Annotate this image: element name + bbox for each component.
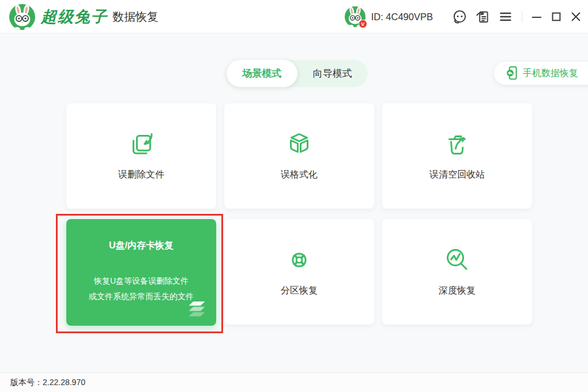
- card-label: 误删除文件: [118, 169, 164, 181]
- footer: 版本号：2.22.28.970: [0, 372, 588, 392]
- file-restore-icon: [127, 130, 155, 159]
- brand-name: 超级兔子: [41, 6, 108, 27]
- titlebar-divider: [522, 11, 522, 22]
- card-description-line2: 或文件系统异常而丢失的文件: [89, 289, 194, 304]
- vip-badge: V: [359, 20, 367, 28]
- phone-recovery-button[interactable]: 手机数据恢复: [494, 62, 588, 85]
- card-formatted[interactable]: 误格式化: [224, 103, 374, 209]
- version-label: 版本号：2.22.28.970: [10, 378, 85, 388]
- titlebar: 超级兔子 数据恢复: [0, 0, 588, 33]
- app-window: 超级兔子 数据恢复: [0, 0, 588, 392]
- card-recycle-bin[interactable]: 误清空回收站: [382, 103, 532, 209]
- card-label: 深度恢复: [439, 285, 476, 297]
- phone-recovery-label: 手机数据恢复: [523, 67, 578, 80]
- card-partition-recovery[interactable]: 分区恢复: [224, 219, 374, 325]
- card-deleted-files[interactable]: 误删除文件: [66, 103, 216, 209]
- cube-icon: [285, 130, 313, 159]
- close-button[interactable]: [567, 8, 585, 25]
- user-id: ID: 4C490VPB: [371, 12, 433, 22]
- brand-subtitle: 数据恢复: [112, 9, 159, 25]
- card-description: 恢复U盘等设备误删除文件 或文件系统异常而丢失的文件: [89, 273, 194, 304]
- mode-tabs: 场景模式 向导模式: [227, 60, 368, 87]
- feedback-icon: [475, 9, 491, 25]
- tab-wizard-mode[interactable]: 向导模式: [297, 60, 368, 87]
- maximize-button[interactable]: [548, 8, 565, 25]
- hamburger-menu-icon: [499, 10, 512, 24]
- main-content: 场景模式 向导模式 手机数据恢复 误删除文件: [0, 34, 588, 372]
- user-avatar[interactable]: V: [345, 6, 365, 27]
- minimize-button[interactable]: [528, 8, 545, 25]
- card-label: 分区恢复: [281, 285, 318, 297]
- tab-scene-mode[interactable]: 场景模式: [227, 60, 297, 87]
- support-button[interactable]: [450, 7, 469, 27]
- trash-restore-icon: [443, 130, 471, 159]
- card-label: 误格式化: [281, 169, 318, 181]
- close-icon: [570, 10, 582, 23]
- rabbit-logo-icon: [9, 4, 35, 30]
- card-description-line1: 恢复U盘等设备误删除文件: [89, 273, 194, 289]
- card-usb-memory-recovery[interactable]: U盘/内存卡恢复 恢复U盘等设备误删除文件 或文件系统异常而丢失的文件: [66, 219, 216, 326]
- brand-area: 超级兔子 数据恢复: [9, 0, 159, 33]
- maximize-icon: [550, 10, 563, 23]
- layers-icon: [186, 301, 209, 319]
- card-label: 误清空回收站: [429, 169, 485, 181]
- card-title: U盘/内存卡恢复: [109, 240, 174, 252]
- card-deep-recovery[interactable]: 深度恢复: [382, 219, 532, 325]
- titlebar-controls: V ID: 4C490VPB: [345, 0, 588, 33]
- feedback-button[interactable]: [473, 7, 492, 27]
- menu-button[interactable]: [496, 7, 515, 27]
- headset-support-icon: [452, 9, 468, 25]
- deep-scan-icon: [443, 246, 471, 274]
- phone-recovery-icon: [506, 66, 518, 81]
- minimize-icon: [530, 10, 543, 23]
- partition-icon: [285, 246, 313, 274]
